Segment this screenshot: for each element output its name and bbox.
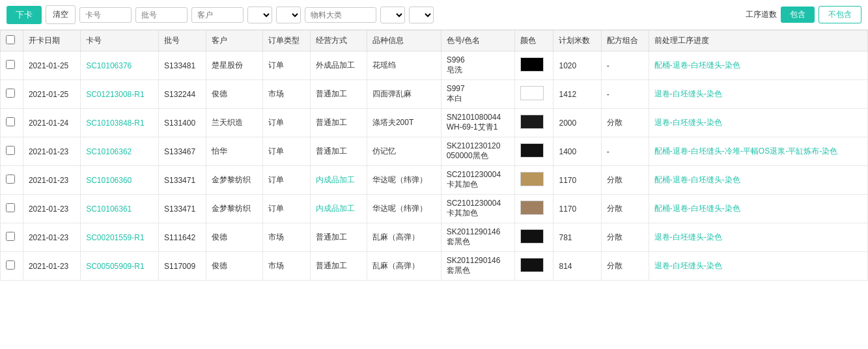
table-row: 2021-01-23SC00201559-R1S111642俊德市场普通加工乱麻… (1, 223, 868, 252)
cell-date: 2021-01-23 (23, 137, 80, 166)
cell-customer: 金梦黎纺织 (206, 166, 263, 195)
cell-formula: 分散 (601, 166, 649, 195)
table-row: 2021-01-23SC10106361S133471金梦黎纺织订单内成品加工华… (1, 195, 868, 223)
row-checkbox[interactable] (6, 260, 15, 270)
cell-order-type: 市场 (263, 223, 311, 252)
cell-process[interactable]: 退卷-白坯缝头-染色 (649, 80, 867, 109)
cell-date: 2021-01-23 (23, 252, 80, 281)
cell-variety: 华达呢（纬弹） (367, 195, 441, 223)
cell-color-swatch (514, 166, 553, 195)
cell-customer: 俊德 (206, 252, 263, 281)
cell-card-no[interactable]: SC10106362 (81, 137, 159, 166)
cell-color-swatch (514, 223, 553, 252)
process-count-area: 工序道数 包含 不包含 (746, 6, 861, 23)
toolbar: 下卡 清空 工序道数 包含 不包含 (0, 0, 868, 30)
cell-variety: 仿记忆 (367, 137, 441, 166)
cell-order-type: 订单 (263, 51, 311, 80)
cell-process[interactable]: 退卷-白坯缝头-染色 (649, 252, 867, 281)
cell-card-no[interactable]: SC10106360 (81, 166, 159, 195)
customer-input[interactable] (191, 7, 244, 23)
table-row: 2021-01-23SC10106360S133471金梦黎纺织订单内成品加工华… (1, 166, 868, 195)
cell-process[interactable]: 配桶-退卷-白坯缝头-染色 (649, 195, 867, 223)
type1-select[interactable] (247, 7, 272, 23)
cell-batch: S133467 (159, 137, 206, 166)
batch-input[interactable] (135, 7, 188, 23)
cell-planned-meters: 1170 (553, 195, 601, 223)
cell-order-type: 订单 (263, 195, 311, 223)
cell-formula: - (601, 137, 649, 166)
table-row: 2021-01-25SC10106376S133481楚星股份订单外成品加工花瑶… (1, 51, 868, 80)
col-customer: 客户 (206, 31, 263, 51)
col-order-type: 订单类型 (263, 31, 311, 51)
material-input[interactable] (305, 7, 376, 23)
row-checkbox[interactable] (6, 203, 15, 212)
cell-customer: 怡华 (206, 137, 263, 166)
col-color-code: 色号/色名 (441, 31, 514, 51)
cell-process[interactable]: 退卷-白坯缝头-染色 (649, 223, 867, 252)
cell-operation: 内成品加工 (311, 195, 367, 223)
cell-batch: S133471 (159, 166, 206, 195)
cell-formula: 分散 (601, 252, 649, 281)
cell-color-code: S997 本白 (441, 80, 514, 109)
row-checkbox[interactable] (6, 117, 15, 126)
cell-planned-meters: 814 (553, 252, 601, 281)
cell-planned-meters: 1170 (553, 166, 601, 195)
type2-select[interactable] (276, 7, 301, 23)
col-checkbox (1, 31, 23, 51)
cell-card-no[interactable]: SC01213008-R1 (81, 80, 159, 109)
cell-order-type: 订单 (263, 166, 311, 195)
col-process: 前处理工序进度 (649, 31, 867, 51)
download-button[interactable]: 下卡 (7, 6, 42, 24)
col-date: 开卡日期 (23, 31, 80, 51)
row-checkbox[interactable] (6, 146, 15, 155)
cell-color-code: S996 皂洗 (441, 51, 514, 80)
cell-date: 2021-01-24 (23, 109, 80, 137)
col-variety: 品种信息 (367, 31, 441, 51)
cell-date: 2021-01-25 (23, 80, 80, 109)
table-wrap: 开卡日期 卡号 批号 客户 订单类型 经营方式 品种信息 色号/色名 颜色 计划… (0, 30, 868, 281)
table-header: 开卡日期 卡号 批号 客户 订单类型 经营方式 品种信息 色号/色名 颜色 计划… (1, 31, 868, 51)
row-checkbox[interactable] (6, 89, 15, 98)
cell-customer: 兰天织造 (206, 109, 263, 137)
cell-batch: S133481 (159, 51, 206, 80)
cell-planned-meters: 781 (553, 223, 601, 252)
cell-formula: 分散 (601, 109, 649, 137)
cell-card-no[interactable]: SC10106376 (81, 51, 159, 80)
cell-card-no[interactable]: SC10106361 (81, 195, 159, 223)
include-button[interactable]: 包含 (781, 7, 815, 23)
col-color: 颜色 (514, 31, 553, 51)
card-no-input[interactable] (79, 7, 132, 23)
select-all-checkbox[interactable] (6, 35, 15, 44)
cell-batch: S111642 (159, 223, 206, 252)
cell-color-swatch (514, 109, 553, 137)
cell-process[interactable]: 配桶-退卷-白坯缝头-染色 (649, 51, 867, 80)
cell-date: 2021-01-23 (23, 195, 80, 223)
cell-planned-meters: 1400 (553, 137, 601, 166)
clear-button[interactable]: 清空 (46, 5, 76, 24)
cell-operation: 外成品加工 (311, 51, 367, 80)
cell-process[interactable]: 配桶-退卷-白坯缝头-染色 (649, 166, 867, 195)
cell-variety: 乱麻（高弹） (367, 252, 441, 281)
cell-operation: 普通加工 (311, 109, 367, 137)
row-checkbox[interactable] (6, 232, 15, 241)
type3-select[interactable] (380, 7, 405, 23)
table-row: 2021-01-24SC10103848-R1S131400兰天织造订单普通加工… (1, 109, 868, 137)
exclude-button[interactable]: 不包含 (819, 6, 861, 23)
cell-card-no[interactable]: SC10103848-R1 (81, 109, 159, 137)
cell-customer: 俊德 (206, 223, 263, 252)
cell-batch: S133471 (159, 195, 206, 223)
cell-order-type: 市场 (263, 80, 311, 109)
cell-color-code: SK2011290146 套黑色 (441, 252, 514, 281)
cell-customer: 金梦黎纺织 (206, 195, 263, 223)
table-row: 2021-01-23SC00505909-R1S117009俊德市场普通加工乱麻… (1, 252, 868, 281)
cell-planned-meters: 1412 (553, 80, 601, 109)
row-checkbox[interactable] (6, 60, 15, 69)
cell-customer: 俊德 (206, 80, 263, 109)
cell-card-no[interactable]: SC00201559-R1 (81, 223, 159, 252)
type4-select[interactable] (409, 7, 434, 23)
cell-variety: 四面弹乱麻 (367, 80, 441, 109)
row-checkbox[interactable] (6, 174, 15, 184)
cell-process[interactable]: 退卷-白坯缝头-染色 (649, 109, 867, 137)
cell-card-no[interactable]: SC00505909-R1 (81, 252, 159, 281)
cell-process[interactable]: 配桶-退卷-白坯缝头-冷堆-平幅OS退浆-平缸炼布-染色 (649, 137, 867, 166)
